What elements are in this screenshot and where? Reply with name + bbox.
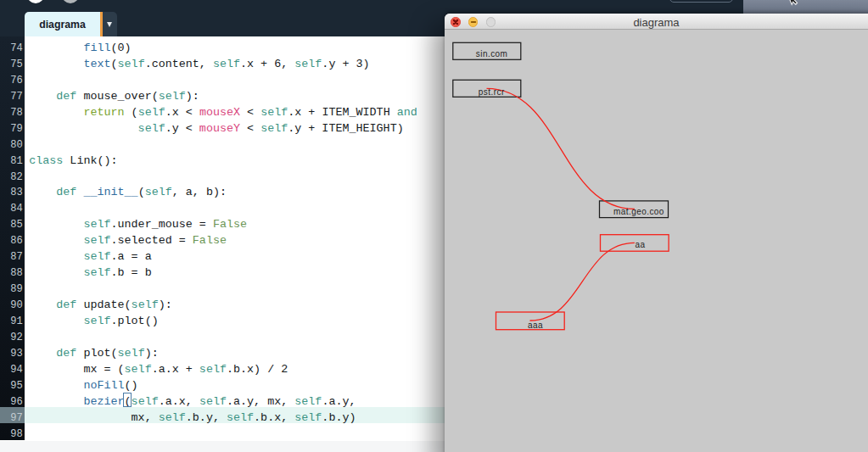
svg-text:mat.geo.coo: mat.geo.coo — [613, 206, 664, 215]
svg-text:aa: aa — [635, 240, 645, 249]
svg-text:aaa: aaa — [528, 320, 543, 329]
svg-text:pst.rcr: pst.rcr — [478, 86, 504, 96]
svg-text:sin.com: sin.com — [475, 49, 507, 59]
